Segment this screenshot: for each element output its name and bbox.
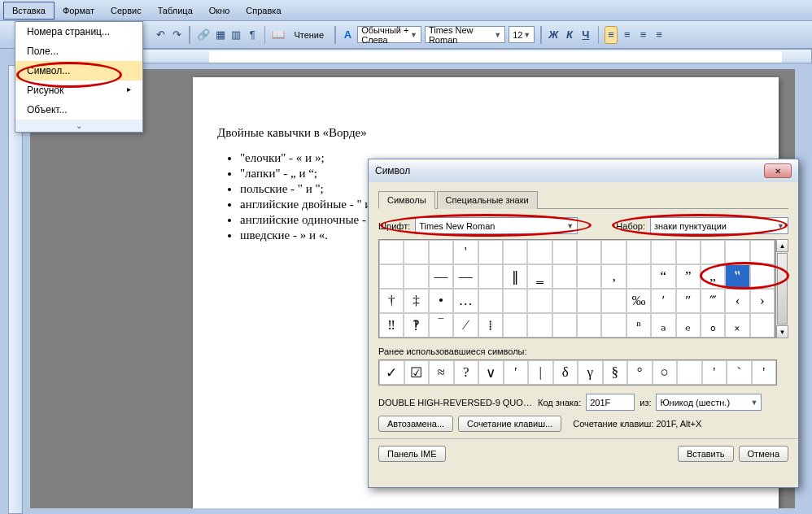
symbol-cell[interactable]: ⁿ [626, 313, 651, 338]
reading-label[interactable]: Чтение [289, 30, 329, 40]
symbol-cell[interactable] [404, 264, 428, 289]
symbol-cell[interactable] [750, 240, 775, 264]
table-icon[interactable]: ▦ [214, 26, 227, 44]
code-input[interactable] [586, 394, 635, 411]
symbol-cell[interactable] [601, 313, 626, 338]
recent-cell[interactable]: ` [727, 360, 752, 385]
menu-format[interactable]: Формат [55, 2, 103, 19]
symbol-cell[interactable] [676, 240, 701, 264]
symbol-cell[interactable] [503, 313, 527, 338]
symbol-cell[interactable]: ― [453, 264, 478, 289]
align-left-icon[interactable]: ≡ [605, 26, 618, 44]
menu-help[interactable]: Справка [238, 2, 289, 19]
recent-grid[interactable]: ✓☑≈?∨′|δγ§°○'`' [378, 359, 777, 386]
symbol-cell[interactable] [577, 264, 601, 289]
symbol-cell[interactable]: ‖ [503, 264, 527, 289]
pilcrow-icon[interactable]: ¶ [246, 26, 259, 44]
symbol-cell[interactable]: „ [701, 264, 725, 289]
symbol-cell[interactable]: ‚ [601, 264, 626, 289]
symbol-cell[interactable] [701, 240, 725, 264]
recent-cell[interactable]: ' [702, 360, 727, 385]
symbol-cell[interactable] [404, 240, 428, 264]
aa-icon[interactable]: A [342, 26, 355, 44]
symbol-cell[interactable]: † [379, 289, 404, 313]
menu-insert[interactable]: Вставка [3, 2, 55, 20]
recent-cell[interactable]: ∨ [478, 360, 504, 385]
symbol-cell[interactable]: ‾ [429, 313, 453, 338]
symbol-cell[interactable]: ₓ [725, 313, 749, 338]
recent-cell[interactable]: § [603, 360, 628, 385]
symbol-cell[interactable] [577, 289, 601, 313]
symbol-cell[interactable]: ⁄ [453, 313, 478, 338]
symbol-cell[interactable] [503, 289, 527, 313]
recent-cell[interactable]: | [528, 360, 553, 385]
recent-cell[interactable]: δ [553, 360, 578, 385]
symbol-cell[interactable] [552, 240, 577, 264]
symbol-cell[interactable] [601, 240, 626, 264]
symbol-cell[interactable] [527, 289, 552, 313]
close-icon[interactable]: ✕ [764, 163, 792, 178]
symbol-cell[interactable]: — [429, 264, 453, 289]
style-combo[interactable]: Обычный + Слева▼ [357, 26, 421, 43]
font-select[interactable]: Times New Roman▼ [415, 217, 578, 234]
symbol-cell[interactable]: ‹ [725, 289, 749, 313]
symbol-cell[interactable] [626, 264, 651, 289]
symbol-cell[interactable] [750, 313, 775, 338]
symbol-cell[interactable] [552, 313, 577, 338]
dropdown-page-numbers[interactable]: Номера страниц... [15, 22, 142, 41]
symbol-cell[interactable] [527, 240, 552, 264]
symbol-cell[interactable]: … [453, 289, 478, 313]
symbol-grid[interactable]: '—―‖‗‚“”„‟†‡•…‰′″‴‹›‼‽‾⁄⁞ⁿₐₑₒₓ [378, 239, 775, 338]
recent-cell[interactable]: ✓ [379, 360, 404, 385]
scroll-thumb[interactable] [777, 253, 788, 325]
symbol-cell[interactable]: ″ [676, 289, 701, 313]
redo-icon[interactable]: ↷ [171, 26, 184, 44]
cancel-button[interactable]: Отмена [739, 446, 788, 462]
size-combo[interactable]: 12▼ [509, 26, 535, 43]
symbol-cell[interactable]: • [429, 289, 453, 313]
symbol-cell[interactable] [577, 240, 601, 264]
menu-window[interactable]: Окно [201, 2, 238, 19]
menu-service[interactable]: Сервис [103, 2, 150, 19]
symbol-cell[interactable]: ‗ [527, 264, 552, 289]
dialog-titlebar[interactable]: Символ ✕ [369, 159, 798, 182]
link-icon[interactable]: 🔗 [196, 26, 211, 44]
symbol-cell[interactable] [379, 240, 404, 264]
symbol-cell[interactable]: ‡ [404, 289, 428, 313]
menu-table[interactable]: Таблица [150, 2, 201, 19]
recent-cell[interactable]: ? [454, 360, 479, 385]
scroll-up-icon[interactable]: ▲ [776, 239, 788, 252]
recent-cell[interactable]: ○ [653, 360, 678, 385]
symbol-cell[interactable]: ‟ [725, 264, 749, 289]
recent-cell[interactable]: ≈ [429, 360, 454, 385]
recent-cell[interactable]: ☑ [404, 360, 430, 385]
symbol-cell[interactable] [478, 240, 503, 264]
symbol-cell[interactable]: ′ [651, 289, 675, 313]
chevron-down-icon[interactable]: ⌄ [15, 120, 142, 132]
symbol-cell[interactable]: ‽ [404, 313, 428, 338]
symbol-cell[interactable] [478, 289, 503, 313]
symbol-cell[interactable] [527, 313, 552, 338]
symbol-cell[interactable]: › [750, 289, 775, 313]
font-combo[interactable]: Times New Roman▼ [425, 26, 505, 43]
tab-special[interactable]: Специальные знаки [437, 191, 538, 209]
undo-icon[interactable]: ↶ [155, 26, 168, 44]
symbol-cell[interactable]: ‴ [701, 289, 725, 313]
dropdown-symbol[interactable]: Символ... [15, 61, 142, 81]
italic-button[interactable]: К [563, 26, 576, 44]
book-icon[interactable]: 📖 [271, 26, 286, 44]
symbol-cell[interactable] [651, 240, 675, 264]
symbol-cell[interactable] [552, 264, 577, 289]
symbol-cell[interactable] [626, 240, 651, 264]
scroll-down-icon[interactable]: ▼ [776, 325, 788, 338]
align-justify-icon[interactable]: ≡ [653, 26, 666, 44]
from-select[interactable]: Юникод (шестн.)▼ [656, 394, 762, 411]
symbol-cell[interactable]: ₒ [701, 313, 725, 338]
symbol-cell[interactable]: ” [676, 264, 701, 289]
symbol-cell[interactable]: ' [453, 240, 478, 264]
recent-cell[interactable] [677, 360, 702, 385]
insert-button[interactable]: Вставить [678, 446, 734, 462]
set-select[interactable]: знаки пунктуации▼ [650, 217, 788, 234]
symbol-cell[interactable]: ₐ [651, 313, 675, 338]
align-right-icon[interactable]: ≡ [637, 26, 650, 44]
